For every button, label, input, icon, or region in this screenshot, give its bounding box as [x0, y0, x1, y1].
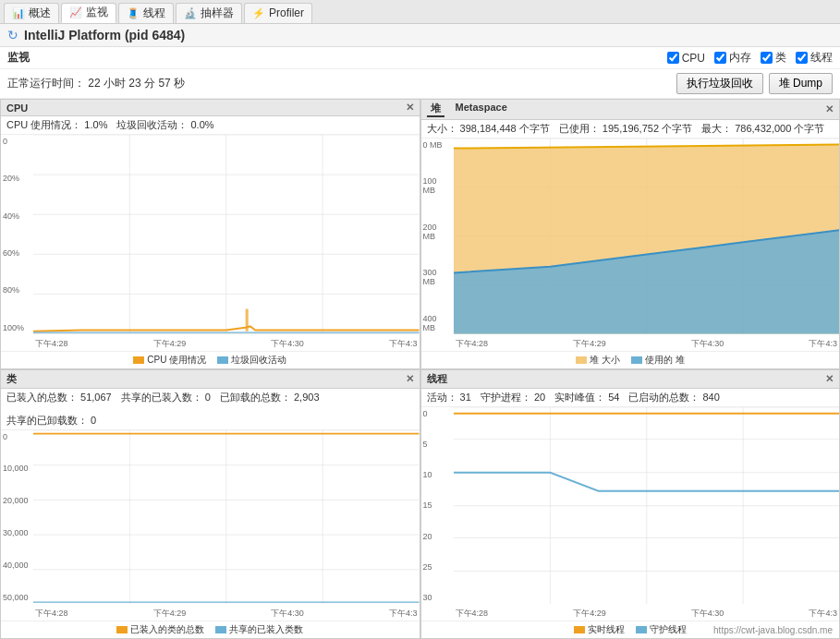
checkbox-classes[interactable]: 类	[761, 50, 786, 66]
heap-chart-body: 400 MB 300 MB 200 MB 100 MB 0 MB	[421, 139, 840, 351]
charts-area: CPU ✕ CPU 使用情况： 1.0% 垃圾回收活动： 0.0% 100% 8…	[0, 99, 840, 639]
classes-y-axis: 50,000 40,000 30,000 20,000 10,000 0	[1, 430, 33, 605]
classes-loaded-stat: 已装入的总数： 51,067	[6, 391, 112, 404]
threads-total-stat: 已启动的总数： 840	[628, 391, 719, 404]
cpu-stats: CPU 使用情况： 1.0% 垃圾回收活动： 0.0%	[1, 116, 420, 135]
heap-y-axis: 400 MB 300 MB 200 MB 100 MB 0 MB	[421, 139, 454, 334]
threads-panel-close[interactable]: ✕	[825, 373, 834, 385]
heap-used-stat: 已使用： 195,196,752 个字节	[559, 122, 692, 136]
action-buttons: 执行垃圾回收 堆 Dump	[676, 73, 833, 94]
profiler-icon: ⚡	[252, 7, 265, 19]
threads-daemon-stat: 守护进程： 20	[481, 391, 545, 404]
classes-panel: 类 ✕ 已装入的总数： 51,067 共享的已装入数： 0 已卸载的总数： 2,…	[0, 369, 420, 640]
gc-activity-stat: 垃圾回收活动： 0.0%	[116, 118, 213, 132]
refresh-icon: ↻	[7, 28, 18, 42]
cpu-x-axis: 下午4:28 下午4:29 下午4:30 下午4:3	[33, 337, 420, 351]
heap-size-stat: 大小： 398,184,448 个字节	[427, 122, 550, 136]
daemon-threads-color	[636, 626, 647, 633]
tab-monitor[interactable]: 📈 监视	[61, 3, 116, 23]
live-threads-legend: 实时线程	[574, 623, 625, 636]
threads-y-axis: 30 25 20 15 10 5 0	[421, 407, 454, 605]
tab-profiler[interactable]: ⚡ Profiler	[244, 3, 312, 23]
classes-chart-body: 50,000 40,000 30,000 20,000 10,000 0	[1, 430, 420, 621]
classes-unloaded-stat: 已卸载的总数： 2,903	[220, 391, 320, 404]
metaspace-tab[interactable]: Metaspace	[452, 102, 511, 117]
threads-peak-stat: 实时峰值： 54	[554, 391, 619, 404]
heap-panel-close[interactable]: ✕	[825, 103, 834, 115]
classes-loaded-legend: 已装入的类的总数	[116, 623, 204, 636]
svg-rect-9	[246, 309, 249, 332]
live-threads-color	[574, 626, 585, 633]
classes-shared-unloaded-stat: 共享的已卸载数： 0	[6, 414, 96, 428]
classes-shared-legend: 共享的已装入类数	[215, 623, 303, 636]
heap-panel-tabs: 堆 Metaspace	[427, 102, 511, 117]
uptime-bar: 正常运行时间： 22 小时 23 分 57 秒 执行垃圾回收 堆 Dump	[0, 69, 840, 99]
watermark: https://cwt-java.blog.csdn.me	[713, 625, 833, 635]
threads-panel-header: 线程 ✕	[421, 370, 840, 389]
classes-svg	[33, 430, 420, 605]
heap-tab[interactable]: 堆	[427, 102, 444, 117]
classes-x-axis: 下午4:28 下午4:29 下午4:30 下午4:3	[33, 607, 420, 621]
overview-icon: 📊	[12, 7, 25, 19]
heap-used-legend: 使用的 堆	[631, 354, 685, 367]
cpu-usage-stat: CPU 使用情况： 1.0%	[6, 118, 107, 132]
classes-legend: 已装入的类的总数 共享的已装入类数	[1, 621, 420, 638]
cpu-panel-header: CPU ✕	[1, 100, 420, 116]
cpu-svg	[33, 135, 420, 334]
cpu-legend: CPU 使用情况 垃圾回收活动	[1, 351, 420, 368]
threads-icon: 🧵	[127, 7, 140, 19]
cpu-panel-close[interactable]: ✕	[406, 102, 414, 114]
threads-panel-title: 线程	[427, 372, 447, 386]
cpu-usage-color	[133, 356, 144, 364]
threads-x-axis: 下午4:28 下午4:29 下午4:30 下午4:3	[454, 607, 840, 621]
main-container: ↻ IntelliJ Platform (pid 6484) 监视 CPU 内存…	[0, 24, 840, 639]
tab-sampler[interactable]: 🔬 抽样器	[176, 3, 242, 23]
uptime-text: 正常运行时间： 22 小时 23 分 57 秒	[7, 76, 185, 91]
heap-size-legend: 堆 大小	[576, 354, 620, 367]
tab-overview[interactable]: 📊 概述	[4, 3, 59, 23]
classes-panel-close[interactable]: ✕	[406, 373, 414, 385]
heap-legend: 堆 大小 使用的 堆	[421, 351, 840, 368]
title-bar: ↻ IntelliJ Platform (pid 6484)	[0, 24, 840, 47]
classes-shared-color	[215, 626, 226, 633]
threads-panel: 线程 ✕ 活动： 31 守护进程： 20 实时峰值： 54 已启动的总数：	[420, 369, 841, 640]
sampler-icon: 🔬	[184, 7, 197, 19]
classes-panel-header: 类 ✕	[1, 370, 420, 389]
heap-used-color	[631, 356, 642, 364]
classes-loaded-color	[116, 626, 128, 633]
checkbox-threads[interactable]: 线程	[796, 50, 833, 66]
threads-chart-body: 30 25 20 15 10 5 0	[421, 407, 840, 621]
classes-shared-loaded-stat: 共享的已装入数： 0	[121, 391, 211, 404]
heap-size-color	[576, 356, 587, 364]
threads-stats: 活动： 31 守护进程： 20 实时峰值： 54 已启动的总数： 840	[421, 389, 840, 407]
heap-panel: 堆 Metaspace ✕ 大小： 398,184,448 个字节 已使用： 1…	[420, 99, 841, 369]
monitor-controls: CPU 内存 类 线程	[667, 50, 833, 66]
cpu-grid	[33, 135, 420, 334]
classes-grid	[33, 430, 420, 605]
cpu-legend-usage: CPU 使用情况	[133, 354, 206, 367]
cpu-chart-body: 100% 80% 60% 40% 20% 0	[1, 135, 420, 351]
heap-x-axis: 下午4:28 下午4:29 下午4:30 下午4:3	[454, 337, 840, 351]
checkbox-cpu[interactable]: CPU	[667, 52, 705, 65]
monitor-label: 监视	[7, 50, 30, 66]
classes-stats: 已装入的总数： 51,067 共享的已装入数： 0 已卸载的总数： 2,903 …	[1, 389, 420, 430]
gc-button[interactable]: 执行垃圾回收	[676, 73, 763, 94]
tab-threads[interactable]: 🧵 线程	[118, 3, 174, 23]
daemon-threads-legend: 守护线程	[636, 623, 687, 636]
cpu-legend-gc: 垃圾回收活动	[217, 354, 286, 367]
checkbox-memory[interactable]: 内存	[714, 50, 751, 66]
threads-active-stat: 活动： 31	[427, 391, 471, 404]
threads-grid	[454, 407, 840, 605]
heap-grid	[454, 139, 840, 334]
tab-bar: 📊 概述 📈 监视 🧵 线程 🔬 抽样器 ⚡ Profiler	[0, 0, 840, 24]
cpu-panel-title: CPU	[6, 102, 28, 114]
cpu-panel: CPU ✕ CPU 使用情况： 1.0% 垃圾回收活动： 0.0% 100% 8…	[0, 99, 420, 369]
heap-stats: 大小： 398,184,448 个字节 已使用： 195,196,752 个字节…	[421, 120, 840, 139]
monitor-icon: 📈	[69, 6, 82, 18]
threads-svg	[454, 407, 840, 605]
monitor-header: 监视 CPU 内存 类 线程	[0, 47, 840, 69]
app-title: IntelliJ Platform (pid 6484)	[24, 28, 185, 42]
classes-panel-title: 类	[6, 372, 17, 386]
heap-dump-button[interactable]: 堆 Dump	[769, 73, 833, 94]
heap-panel-header: 堆 Metaspace ✕	[421, 100, 840, 120]
